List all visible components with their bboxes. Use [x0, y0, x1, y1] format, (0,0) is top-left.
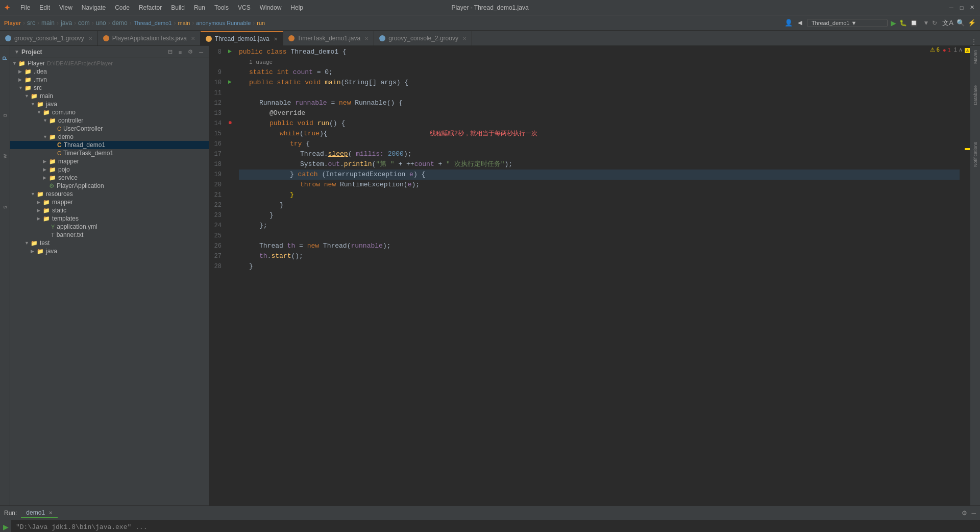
menu-code[interactable]: Code: [111, 3, 134, 12]
menu-window[interactable]: Window: [256, 3, 286, 12]
run-tab-close[interactable]: ✕: [48, 510, 53, 516]
run-tab-demo1[interactable]: demo1 ✕: [21, 508, 58, 518]
more-run-icon[interactable]: ▼: [923, 19, 929, 27]
collapse-all-button[interactable]: ⊟: [166, 48, 174, 56]
tree-item-player-application[interactable]: ▶ ⚙ PlayerApplication: [10, 182, 209, 190]
project-icon[interactable]: P: [1, 48, 9, 68]
power-icon[interactable]: ⚡: [968, 19, 976, 27]
tree-item-banner-txt[interactable]: ▶ T banner.txt: [10, 231, 209, 239]
database-icon[interactable]: Database: [973, 83, 978, 107]
tab-groovy-console-2[interactable]: groovy_console_2.groovy ✕: [374, 31, 472, 45]
structure-icon[interactable]: S: [1, 203, 9, 211]
tree-item-test[interactable]: ▼ 📁 test: [10, 239, 209, 247]
tree-item-mvn[interactable]: ▶ 📁 .mvn: [10, 76, 209, 84]
bookmarks-icon[interactable]: B: [1, 111, 9, 119]
warning-marker[interactable]: ⚠: [965, 48, 970, 53]
java-breadcrumb[interactable]: java: [61, 19, 72, 27]
tree-item-idea[interactable]: ▶ 📁 .idea: [10, 67, 209, 76]
folder-icon: 📁: [49, 134, 56, 140]
class-selector[interactable]: Thread_demo1 ▼: [807, 19, 888, 27]
tab-close-button[interactable]: ✕: [462, 36, 467, 41]
run-hide-icon[interactable]: ─: [971, 510, 976, 517]
tab-player-application-tests[interactable]: PlayerApplicationTests.java ✕: [98, 31, 201, 45]
breakpoint-14[interactable]: ⏺: [225, 117, 235, 128]
tab-close-button[interactable]: ✕: [274, 36, 278, 42]
tab-thread-demo1[interactable]: Thread_demo1.java ✕: [201, 31, 283, 45]
settings-icon[interactable]: ⚙: [186, 48, 194, 56]
expand-all-button[interactable]: ≡: [177, 49, 183, 56]
code-content[interactable]: public class Thread_demo1 { 1 usage stat…: [235, 46, 964, 505]
tabs-more-button[interactable]: ⋮: [968, 38, 980, 45]
tree-item-resources-mapper[interactable]: ▶ 📁 mapper: [10, 198, 209, 206]
hide-button[interactable]: ─: [198, 49, 205, 56]
tree-item-static[interactable]: ▶ 📁 static: [10, 206, 209, 214]
method-breadcrumb[interactable]: main: [178, 20, 190, 26]
maven-icon[interactable]: Maven: [973, 48, 978, 66]
tab-groovy-console-1[interactable]: groovy_console_1.groovy ✕: [0, 31, 98, 45]
tree-item-application-yml[interactable]: ▶ Y application.yml: [10, 223, 209, 231]
tree-item-src[interactable]: ▼ 📁 src: [10, 84, 209, 92]
minimize-button[interactable]: ─: [947, 4, 955, 12]
tree-label: java: [46, 248, 57, 255]
menu-refactor[interactable]: Refactor: [135, 3, 166, 12]
tree-item-thread-demo1[interactable]: ▶ C Thread_demo1: [10, 141, 209, 149]
tree-item-timertask-demo1[interactable]: ▶ C TimerTask_demo1: [10, 149, 209, 157]
menu-edit[interactable]: Edit: [35, 3, 54, 12]
editor-content[interactable]: 8 - 9 10 11 12 13 14 15 16 17 18 19 20 2…: [209, 46, 970, 505]
tab-close-button[interactable]: ✕: [88, 36, 92, 41]
run-gutter-icon-8[interactable]: ▶: [225, 46, 235, 56]
tree-item-user-controller[interactable]: ▶ C UserController: [10, 125, 209, 133]
anon-breadcrumb[interactable]: anonymous Runnable: [196, 20, 251, 26]
web-icon[interactable]: W: [1, 152, 9, 160]
tab-close-button[interactable]: ✕: [364, 36, 369, 41]
tree-item-mapper[interactable]: ▶ 📁 mapper: [10, 157, 209, 165]
tree-item-com-uno[interactable]: ▼ 📁 com.uno: [10, 108, 209, 116]
reload-icon[interactable]: ↻: [932, 19, 937, 27]
warning-indicator[interactable]: ⚠ 6 ● 1 1 ∧: [928, 46, 965, 54]
tree-item-templates[interactable]: ▶ 📁 templates: [10, 214, 209, 223]
run-button[interactable]: ▶: [1, 522, 10, 531]
menu-file[interactable]: File: [16, 3, 34, 12]
menu-build[interactable]: Build: [167, 3, 189, 12]
back-button[interactable]: ◀: [796, 18, 804, 27]
search-everywhere-icon[interactable]: 🔍: [957, 19, 965, 27]
tree-item-player[interactable]: ▼ 📁 Player D:\IDEA\IEAProject\Player: [10, 59, 209, 67]
translate-icon[interactable]: 文A: [942, 18, 953, 28]
tree-item-main[interactable]: ▼ 📁 main: [10, 92, 209, 100]
coverage-icon[interactable]: 🔲: [910, 19, 918, 27]
error-count: ● 1: [943, 47, 951, 53]
menu-run[interactable]: Run: [190, 3, 209, 12]
run-breadcrumb[interactable]: run: [257, 20, 265, 26]
tree-item-resources[interactable]: ▼ 📁 resources: [10, 190, 209, 198]
menu-help[interactable]: Help: [286, 3, 307, 12]
profile-icon[interactable]: 👤: [785, 19, 793, 27]
debug-icon[interactable]: 🐛: [899, 19, 907, 27]
demo-breadcrumb[interactable]: demo: [112, 19, 128, 27]
class-breadcrumb[interactable]: Thread_demo1: [134, 20, 172, 26]
tree-item-test-java[interactable]: ▶ 📁 java: [10, 247, 209, 255]
src-breadcrumb[interactable]: src: [27, 19, 35, 27]
menu-view[interactable]: View: [55, 3, 77, 12]
close-button[interactable]: ✕: [968, 4, 976, 12]
run-settings-icon[interactable]: ⚙: [962, 510, 967, 517]
maximize-button[interactable]: □: [958, 4, 966, 12]
com-breadcrumb[interactable]: com: [78, 19, 90, 27]
tab-close-button[interactable]: ✕: [191, 36, 195, 41]
tree-item-service[interactable]: ▶ 📁 service: [10, 174, 209, 182]
tab-timertask-demo1[interactable]: TimerTask_demo1.java ✕: [283, 31, 375, 45]
menu-tools[interactable]: Tools: [210, 3, 233, 12]
tree-item-java[interactable]: ▼ 📁 java: [10, 100, 209, 108]
tree-arrow: ▼: [37, 110, 43, 115]
run-gutter-icon-10[interactable]: ▶: [225, 77, 235, 87]
uno-breadcrumb[interactable]: uno: [96, 19, 106, 27]
run-icon[interactable]: ▶: [891, 19, 896, 27]
tree-item-controller[interactable]: ▼ 📁 controller: [10, 116, 209, 125]
tree-item-pojo[interactable]: ▶ 📁 pojo: [10, 165, 209, 174]
main-breadcrumb[interactable]: main: [41, 19, 55, 27]
notifications-icon[interactable]: Notifications: [973, 140, 978, 169]
project-breadcrumb[interactable]: Player: [4, 20, 21, 26]
tree-label: demo: [58, 133, 74, 140]
tree-item-demo[interactable]: ▼ 📁 demo: [10, 133, 209, 141]
menu-vcs[interactable]: VCS: [234, 3, 255, 12]
menu-navigate[interactable]: Navigate: [78, 3, 110, 12]
